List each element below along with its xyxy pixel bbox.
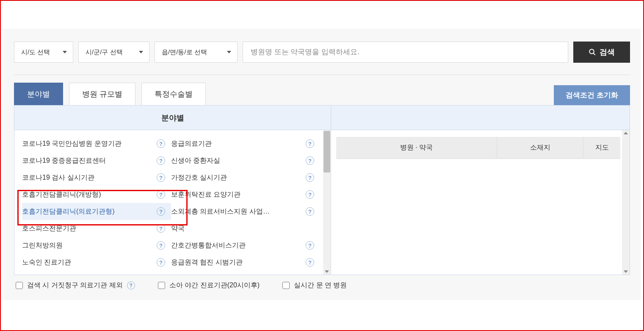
help-icon[interactable]: ? xyxy=(127,281,135,289)
reset-button-label: 검색조건 초기화 xyxy=(566,91,618,99)
category-item[interactable]: 응급의료기관? xyxy=(171,135,320,152)
check-exclude-false-claims[interactable]: 검색 시 거짓청구 의료기관 제외 ? xyxy=(16,281,135,290)
tab-by-scale[interactable]: 병원 규모별 xyxy=(69,83,135,105)
category-item-label: 코로나19 검사 실시기관 xyxy=(22,173,94,182)
result-header-map: 지도 xyxy=(583,137,620,159)
category-item[interactable]: 코로나19 중증응급진료센터? xyxy=(22,152,171,169)
category-item[interactable]: 노숙인 진료기관? xyxy=(22,254,171,271)
category-column-2: 응급의료기관?신생아 중환자실?가정간호 실시기관?보훈위탁진료 요양기관?소외… xyxy=(171,135,320,275)
category-item-label: 그린처방의원 xyxy=(22,241,63,250)
help-icon[interactable]: ? xyxy=(157,241,165,250)
check-exclude-label: 검색 시 거짓청구 의료기관 제외 xyxy=(27,281,123,290)
left-scrollbar[interactable] xyxy=(323,130,331,275)
tab-by-surgery-label: 특정수술별 xyxy=(155,90,193,98)
svg-line-1 xyxy=(594,53,595,55)
help-icon[interactable]: ? xyxy=(306,156,314,165)
check-night-pediatric[interactable]: 소아 야간 진료기관(20시이후) xyxy=(158,281,260,290)
category-item[interactable]: 의료취약지 응급의료 거점 시범…? xyxy=(22,271,171,275)
help-icon[interactable]: ? xyxy=(306,190,314,199)
select-eupmyeon-label: 읍/면/동/로 선택 xyxy=(162,48,207,56)
panel-header-right xyxy=(331,106,630,130)
category-item[interactable]: 약국 xyxy=(171,220,320,237)
search-container: 시/도 선택 시/군/구 선택 읍/면/동/로 선택 검색 분야별 병원 규모별… xyxy=(3,29,641,300)
category-item-label: 코로나19 중증응급진료센터 xyxy=(22,156,106,165)
category-item[interactable]: 호흡기전담클리닉(의료기관형)? xyxy=(22,203,171,220)
category-item-label: 응급의료기관 xyxy=(171,139,212,148)
help-icon[interactable]: ? xyxy=(306,173,314,182)
tab-by-surgery[interactable]: 특정수술별 xyxy=(141,83,206,105)
category-item-label: 약국 xyxy=(171,224,185,233)
category-item-label: 호흡기전담클리닉(개방형) xyxy=(22,190,101,199)
category-item[interactable]: 호흡기전담클리닉(개방형)? xyxy=(22,186,171,203)
help-icon[interactable]: ? xyxy=(157,139,165,148)
category-item[interactable]: 보훈위탁진료 요양기관? xyxy=(171,186,320,203)
category-item[interactable]: 코로나19 국민안심병원 운영기관? xyxy=(22,135,171,152)
category-item[interactable]: 가정간호 실시기관? xyxy=(171,169,320,186)
category-item-label: 코로나19 국민안심병원 운영기관 xyxy=(22,139,122,148)
check-realtime-label: 실시간 문 연 병원 xyxy=(294,281,347,290)
panel-body: 코로나19 국민안심병원 운영기관?코로나19 중증응급진료센터?코로나19 검… xyxy=(14,130,630,275)
svg-point-0 xyxy=(589,49,594,54)
category-item-label: 소외계층 의료서비스지원 사업… xyxy=(171,207,270,216)
page-frame: 시/도 선택 시/군/구 선택 읍/면/동/로 선택 검색 분야별 병원 규모별… xyxy=(0,0,644,331)
select-sido[interactable]: 시/도 선택 xyxy=(14,42,73,63)
select-sigungu[interactable]: 시/군/구 선택 xyxy=(78,42,149,63)
category-list[interactable]: 코로나19 국민안심병원 운영기관?코로나19 중증응급진료센터?코로나19 검… xyxy=(14,130,331,275)
tabs-row: 분야별 병원 규모별 특정수술별 검색조건 초기화 xyxy=(14,83,630,105)
footer-checks: 검색 시 거짓청구 의료기관 제외 ? 소아 야간 진료기관(20시이후) 실시… xyxy=(14,275,630,292)
checkbox-icon xyxy=(16,282,23,289)
category-item-label: 간호간병통합서비스기관 xyxy=(171,241,246,250)
search-row: 시/도 선택 시/군/구 선택 읍/면/동/로 선택 검색 xyxy=(14,42,630,63)
category-item-label: 보훈위탁진료 요양기관 xyxy=(171,190,240,199)
checkbox-icon xyxy=(158,282,165,289)
category-pane: 코로나19 국민안심병원 운영기관?코로나19 중증응급진료센터?코로나19 검… xyxy=(14,130,331,275)
check-realtime-open[interactable]: 실시간 문 연 병원 xyxy=(282,281,347,290)
search-button[interactable]: 검색 xyxy=(573,42,630,63)
tabs: 분야별 병원 규모별 특정수술별 xyxy=(14,83,206,105)
help-icon[interactable]: ? xyxy=(157,190,165,199)
tab-by-field[interactable]: 분야별 xyxy=(14,83,63,105)
category-item[interactable]: 신생아 중환자실? xyxy=(171,152,320,169)
category-column-1: 코로나19 국민안심병원 운영기관?코로나19 중증응급진료센터?코로나19 검… xyxy=(22,135,171,275)
help-icon[interactable]: ? xyxy=(157,156,165,165)
help-icon[interactable]: ? xyxy=(306,207,314,216)
help-icon[interactable]: ? xyxy=(157,173,165,182)
check-night-label: 소아 야간 진료기관(20시이후) xyxy=(169,281,260,290)
category-item[interactable]: 그린처방의원? xyxy=(22,237,171,254)
result-header: 병원 · 약국 소재지 지도 xyxy=(336,137,620,159)
search-input[interactable] xyxy=(243,42,568,63)
result-header-name: 병원 · 약국 xyxy=(336,137,497,159)
checkbox-icon xyxy=(282,282,290,289)
help-icon[interactable]: ? xyxy=(306,241,314,250)
tab-by-scale-label: 병원 규모별 xyxy=(82,90,122,98)
category-item[interactable]: 응급원격 협진 시범기관? xyxy=(171,254,320,271)
category-item-label: 호스피스전문기관 xyxy=(22,224,76,233)
search-icon xyxy=(589,48,596,56)
help-icon[interactable]: ? xyxy=(306,139,314,148)
category-item-label: 노숙인 진료기관 xyxy=(22,258,71,267)
help-icon[interactable]: ? xyxy=(306,258,314,267)
scroll-down-icon[interactable] xyxy=(325,270,329,273)
category-item[interactable]: 호스피스전문기관? xyxy=(22,220,171,237)
results-pane: 병원 · 약국 소재지 지도 xyxy=(331,130,630,275)
result-header-location: 소재지 xyxy=(497,137,583,159)
select-eupmyeon[interactable]: 읍/면/동/로 선택 xyxy=(155,42,238,63)
search-button-label: 검색 xyxy=(600,47,615,57)
select-sigungu-label: 시/군/구 선택 xyxy=(86,48,123,56)
category-item[interactable]: 간호간병통합서비스기관? xyxy=(171,237,320,254)
category-item[interactable]: 소외계층 의료서비스지원 사업…? xyxy=(171,203,320,220)
tab-by-field-label: 분야별 xyxy=(27,90,50,98)
category-item[interactable]: 자문형 호스피스 전문기관? xyxy=(171,271,320,275)
category-item[interactable]: 코로나19 검사 실시기관? xyxy=(22,169,171,186)
help-icon[interactable]: ? xyxy=(157,207,165,216)
category-item-label: 신생아 중환자실 xyxy=(171,156,220,165)
scroll-thumb[interactable] xyxy=(323,131,330,172)
help-icon[interactable]: ? xyxy=(157,224,165,233)
right-scrollbar[interactable] xyxy=(622,130,630,275)
help-icon[interactable]: ? xyxy=(157,258,165,267)
filter-panel: 분야별 코로나19 국민안심병원 운영기관?코로나19 중증응급진료센터?코로나… xyxy=(14,105,630,275)
scroll-up-icon[interactable] xyxy=(624,132,628,134)
select-sido-label: 시/도 선택 xyxy=(21,48,50,56)
reset-button[interactable]: 검색조건 초기화 xyxy=(554,85,630,105)
scroll-down-icon[interactable] xyxy=(624,270,628,273)
